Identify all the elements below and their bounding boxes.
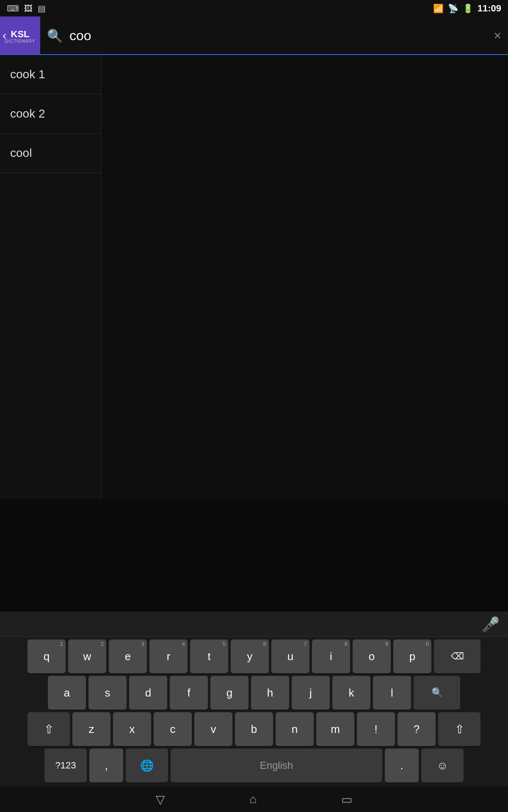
keyboard-suggestions-bar: 🎤 (0, 612, 508, 637)
status-time: 11:09 (478, 3, 501, 14)
detail-panel (102, 55, 508, 499)
shift-left-key[interactable]: ⇧ (28, 712, 70, 746)
key-f[interactable]: f (170, 676, 208, 710)
shift-right-key[interactable]: ⇧ (438, 712, 480, 746)
key-s[interactable]: s (88, 676, 127, 710)
nav-back-icon[interactable]: ▽ (156, 793, 165, 807)
key-c[interactable]: c (154, 712, 192, 746)
main-content: cook 1 cook 2 cool (0, 55, 508, 499)
key-z[interactable]: z (72, 712, 110, 746)
key-l[interactable]: l (373, 676, 411, 710)
suggestion-item[interactable]: cook 2 (0, 94, 101, 134)
mic-icon[interactable]: 🎤 (482, 616, 500, 633)
clear-button[interactable]: × (494, 28, 501, 43)
keyboard-row-4: ?123 , 🌐 English . ☺ (2, 749, 506, 782)
back-button[interactable]: ‹ (3, 29, 6, 42)
logo-text: KSL (11, 30, 30, 39)
bars-icon: ▤ (38, 3, 46, 14)
nav-home-icon[interactable]: ⌂ (250, 793, 257, 806)
key-k[interactable]: k (332, 676, 370, 710)
suggestion-item[interactable]: cook 1 (0, 55, 101, 94)
key-p[interactable]: 0p (393, 639, 431, 673)
battery-icon: 🔋 (463, 3, 473, 14)
key-i[interactable]: 8i (312, 639, 350, 673)
keyboard-row-1: 1q 2w 3e 4r 5t 6y 7u 8i 9o 0p ⌫ (2, 639, 506, 673)
key-j[interactable]: j (292, 676, 330, 710)
key-x[interactable]: x (113, 712, 151, 746)
key-b[interactable]: b (235, 712, 273, 746)
globe-key[interactable]: 🌐 (126, 749, 168, 782)
search-bar: ‹ KSL DICTIONARY 🔍 × (0, 17, 508, 55)
keyboard-area: 🎤 1q 2w 3e 4r 5t 6y 7u 8i 9o 0p ⌫ a s d … (0, 612, 508, 787)
period-key[interactable]: . (385, 749, 419, 782)
key-h[interactable]: h (251, 676, 289, 710)
key-n[interactable]: n (276, 712, 314, 746)
key-w[interactable]: 2w (68, 639, 106, 673)
key-y[interactable]: 6y (231, 639, 269, 673)
emoji-key[interactable]: ☺ (421, 749, 464, 782)
status-bar-left: ⌨ 🖼 ▤ (7, 3, 46, 14)
status-bar: ⌨ 🖼 ▤ 📶 📡 🔋 11:09 (0, 0, 508, 17)
key-q[interactable]: 1q (28, 639, 66, 673)
search-icon: 🔍 (40, 28, 69, 43)
bottom-nav: ▽ ⌂ ▭ (0, 787, 508, 812)
key-m[interactable]: m (316, 712, 354, 746)
search-input[interactable] (69, 25, 508, 47)
logo-sub: DICTIONARY (5, 39, 36, 44)
wifi-icon: 📶 (433, 3, 444, 14)
key-r[interactable]: 4r (149, 639, 188, 673)
numbers-key[interactable]: ?123 (44, 749, 87, 782)
image-icon: 🖼 (24, 4, 33, 14)
keyboard-rows: 1q 2w 3e 4r 5t 6y 7u 8i 9o 0p ⌫ a s d f … (0, 637, 508, 787)
key-g[interactable]: g (210, 676, 248, 710)
key-a[interactable]: a (48, 676, 86, 710)
key-d[interactable]: d (129, 676, 167, 710)
signal-icon: 📡 (448, 3, 458, 14)
suggestions-list: cook 1 cook 2 cool (0, 55, 102, 499)
key-u[interactable]: 7u (271, 639, 309, 673)
search-input-wrapper: × (69, 25, 508, 47)
suggestion-item[interactable]: cool (0, 134, 101, 173)
key-v[interactable]: v (194, 712, 232, 746)
status-bar-right: 📶 📡 🔋 11:09 (433, 3, 501, 14)
keyboard-row-3: ⇧ z x c v b n m ! ? ⇧ (2, 712, 506, 746)
keyboard-row-2: a s d f g h j k l 🔍 (2, 676, 506, 710)
key-e[interactable]: 3e (109, 639, 147, 673)
space-key[interactable]: English (171, 749, 382, 782)
key-t[interactable]: 5t (190, 639, 228, 673)
key-exclamation[interactable]: ! (357, 712, 395, 746)
comma-key[interactable]: , (89, 749, 123, 782)
keyboard-icon: ⌨ (7, 3, 19, 14)
backspace-key[interactable]: ⌫ (434, 639, 480, 673)
app-logo[interactable]: ‹ KSL DICTIONARY (0, 16, 40, 55)
key-o[interactable]: 9o (353, 639, 391, 673)
nav-recents-icon[interactable]: ▭ (341, 793, 352, 807)
search-key[interactable]: 🔍 (414, 676, 460, 710)
key-question[interactable]: ? (398, 712, 436, 746)
